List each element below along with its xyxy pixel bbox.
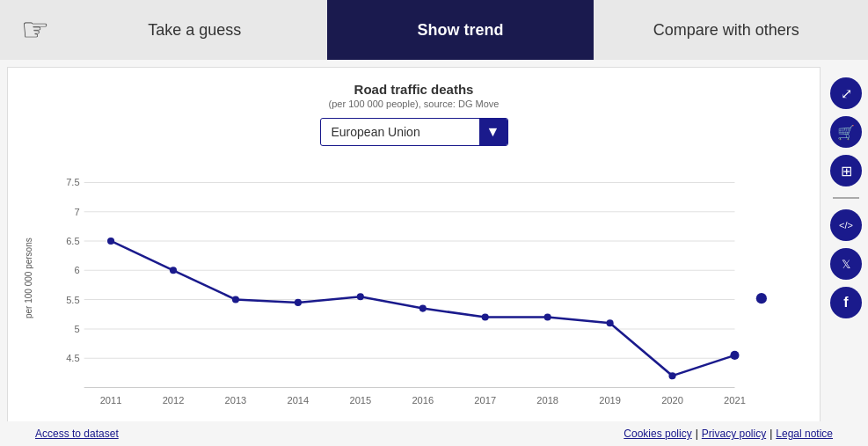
dropdown-arrow-icon[interactable]: ▼	[479, 119, 507, 145]
svg-point-33	[544, 313, 551, 320]
svg-point-32	[482, 313, 489, 320]
twitter-icon[interactable]: 𝕏	[830, 248, 862, 280]
svg-point-27	[170, 267, 177, 274]
dropdown-selected-value: European Union	[321, 121, 479, 143]
chart-panel: Road traffic deaths (per 100 000 people)…	[7, 67, 821, 439]
svg-point-35	[668, 372, 675, 379]
grid-icon[interactable]: ⊞	[830, 155, 862, 186]
svg-text:2021: 2021	[724, 395, 746, 406]
svg-text:2018: 2018	[536, 395, 558, 406]
svg-point-37	[756, 293, 767, 303]
footer-right-links: Cookies policy | Privacy policy | Legal …	[624, 428, 833, 440]
tab-group: Take a guess Show trend Compare with oth…	[62, 0, 859, 60]
dataset-link[interactable]: Access to dataset	[35, 428, 119, 440]
code-icon[interactable]: </>	[830, 209, 862, 241]
svg-point-30	[357, 293, 364, 300]
svg-text:2014: 2014	[288, 395, 310, 406]
tab-compare-with-others[interactable]: Compare with others	[594, 0, 859, 60]
svg-text:2020: 2020	[661, 395, 683, 406]
main-content: Road traffic deaths (per 100 000 people)…	[0, 60, 868, 446]
top-navigation: ☞ Take a guess Show trend Compare with o…	[0, 0, 868, 60]
svg-point-29	[295, 299, 302, 306]
legal-link[interactable]: Legal notice	[776, 428, 833, 440]
y-axis-label: per 100 000 persons	[24, 155, 33, 402]
svg-point-31	[419, 305, 427, 312]
svg-text:2017: 2017	[474, 395, 496, 406]
svg-text:2016: 2016	[412, 395, 434, 406]
chart-area: per 100 000 persons 7.5 7 6.5 6 5	[22, 155, 806, 424]
basket-icon[interactable]: 🛒	[830, 116, 862, 148]
cookies-link[interactable]: Cookies policy	[624, 428, 691, 440]
facebook-icon[interactable]: f	[830, 287, 862, 318]
side-divider	[833, 197, 859, 199]
expand-icon[interactable]: ⤢	[830, 77, 862, 109]
separator-2: |	[770, 428, 772, 440]
svg-text:7.5: 7.5	[66, 177, 79, 187]
svg-text:2011: 2011	[100, 395, 122, 406]
tab-show-trend[interactable]: Show trend	[327, 0, 593, 60]
svg-point-28	[232, 296, 239, 303]
country-dropdown[interactable]: European Union ▼	[320, 118, 508, 146]
chart-subtitle: (per 100 000 people), source: DG Move	[329, 99, 500, 109]
svg-text:4.5: 4.5	[66, 353, 79, 363]
svg-point-34	[607, 319, 614, 326]
svg-text:2013: 2013	[225, 395, 247, 406]
separator-1: |	[696, 428, 698, 440]
footer: Access to dataset Cookies policy | Priva…	[0, 421, 868, 446]
svg-text:7: 7	[74, 207, 79, 217]
svg-text:5: 5	[74, 324, 79, 334]
svg-point-26	[107, 238, 114, 245]
side-icons-panel: ⤢ 🛒 ⊞ </> 𝕏 f	[824, 60, 868, 446]
tab-take-a-guess[interactable]: Take a guess	[62, 0, 327, 60]
svg-text:6: 6	[74, 265, 79, 275]
svg-text:2012: 2012	[163, 395, 185, 406]
svg-point-36	[730, 351, 739, 360]
line-chart-svg: 7.5 7 6.5 6 5.5 5 4.5 2011 2012 2013 201…	[40, 155, 770, 424]
privacy-link[interactable]: Privacy policy	[702, 428, 766, 440]
chart-title: Road traffic deaths	[354, 82, 474, 97]
svg-text:2015: 2015	[349, 395, 371, 406]
svg-text:6.5: 6.5	[66, 236, 79, 246]
svg-text:2019: 2019	[599, 395, 621, 406]
nav-icon: ☞	[9, 11, 62, 48]
svg-text:5.5: 5.5	[66, 295, 79, 305]
